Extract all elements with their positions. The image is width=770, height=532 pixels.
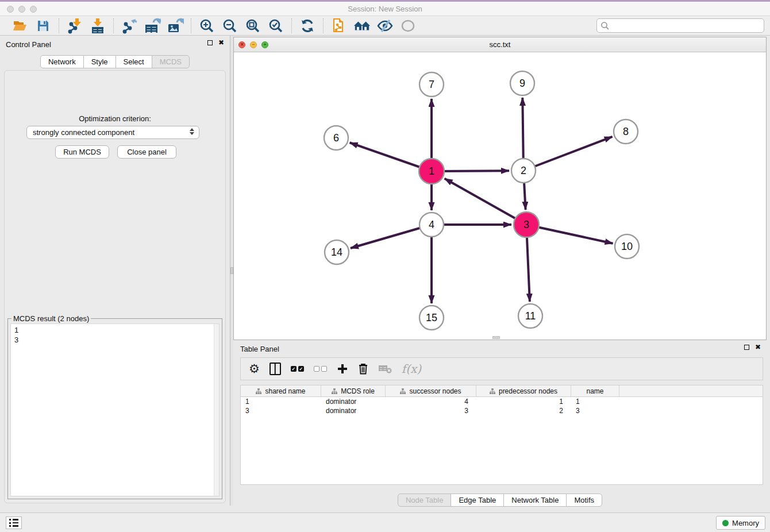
network-bottom-grip[interactable] [492, 336, 500, 339]
table-row[interactable]: 3dominator323 [241, 406, 763, 415]
refresh-icon[interactable] [299, 18, 316, 34]
search-input[interactable] [610, 19, 764, 32]
gear-icon[interactable]: ⚙ [249, 361, 260, 376]
mcds-tab-content: Optimization criterion: strongly connect… [4, 70, 226, 503]
app-titlebar: Session: New Session [0, 0, 770, 16]
memory-button[interactable]: Memory [716, 516, 765, 530]
network-canvas[interactable]: 7968124314101511 [234, 52, 766, 340]
node-7[interactable]: 7 [419, 72, 444, 97]
mcds-result-area[interactable]: 1 3 [10, 323, 220, 496]
node-label: 14 [331, 246, 342, 258]
tab-network-table[interactable]: Network Table [503, 494, 567, 507]
column-type-icon [256, 388, 261, 394]
node-label: 4 [429, 219, 434, 230]
export-image-icon[interactable] [167, 18, 184, 34]
node-4[interactable]: 4 [419, 213, 444, 237]
show-eye-icon[interactable] [399, 18, 417, 34]
network-canvas-svg: 7968124314101511 [234, 52, 766, 340]
edge-2-8[interactable] [523, 137, 613, 171]
zoom-out-icon[interactable] [221, 18, 238, 34]
table-cell: 1 [571, 397, 619, 406]
tab-mcds[interactable]: MCDS [152, 55, 190, 68]
zoom-selected-icon[interactable] [267, 18, 284, 34]
table-cell: 3 [241, 406, 321, 415]
column-header[interactable]: name [571, 385, 619, 396]
close-panel-icon[interactable]: ✖ [218, 40, 224, 45]
node-label: 15 [426, 312, 437, 323]
window-title: Session: New Session [0, 5, 770, 13]
node-label: 7 [429, 79, 434, 90]
optimization-criterion-select[interactable]: strongly connected component [26, 126, 199, 139]
node-15[interactable]: 15 [419, 306, 444, 330]
export-table-icon[interactable] [144, 18, 161, 34]
tab-motifs[interactable]: Motifs [566, 494, 602, 507]
home-icon[interactable] [353, 18, 371, 34]
table-panel-title: Table Panel [240, 345, 279, 353]
node-1[interactable]: 1 [419, 159, 444, 184]
column-header[interactable]: successor nodes [386, 385, 476, 396]
node-6[interactable]: 6 [324, 126, 348, 150]
tab-edge-table[interactable]: Edge Table [451, 494, 504, 507]
float-table-panel-icon[interactable] [744, 345, 749, 350]
chevron-updown-icon [190, 128, 194, 135]
task-history-button[interactable] [6, 516, 22, 529]
column-type-icon [490, 388, 495, 394]
result-scrollbar[interactable] [214, 324, 219, 496]
import-table-icon[interactable] [89, 18, 106, 34]
unselect-all-icon[interactable] [314, 361, 327, 376]
node-8[interactable]: 8 [614, 119, 638, 144]
control-panel-title: Control Panel [6, 40, 51, 49]
column-header[interactable]: shared name [241, 385, 321, 396]
trash-icon[interactable] [358, 361, 368, 376]
node-2[interactable]: 2 [511, 159, 536, 183]
node-label: 9 [519, 78, 525, 89]
list-icon [9, 519, 18, 527]
table-row[interactable]: 1dominator411 [241, 397, 763, 406]
close-panel-button[interactable]: Close panel [117, 145, 176, 159]
float-panel-icon[interactable] [207, 40, 213, 45]
export-network-icon[interactable] [121, 18, 138, 34]
memory-label: Memory [732, 519, 759, 527]
network-window-titlebar[interactable]: ✕ − + scc.txt [234, 37, 766, 52]
tab-select[interactable]: Select [116, 55, 152, 68]
zoom-fit-icon[interactable] [244, 18, 261, 34]
table-cell: 3 [571, 406, 619, 415]
table-cell: 1 [476, 397, 571, 406]
column-header[interactable]: MCDS role [321, 385, 386, 396]
network-window: ✕ − + scc.txt 7968124314101511 [233, 37, 767, 340]
table-body: 1dominator4113dominator323 [241, 397, 763, 415]
table-panel: Table Panel ✖ ⚙ ✓✓ f(x) shared nameMCDS … [233, 340, 767, 511]
mcds-result-box: MCDS result (2 nodes) 1 3 [7, 318, 222, 499]
node-label: 10 [621, 241, 633, 252]
node-14[interactable]: 14 [325, 240, 349, 264]
node-11[interactable]: 11 [518, 304, 542, 328]
node-3[interactable]: 3 [514, 212, 539, 237]
clone-network-icon[interactable] [330, 18, 348, 34]
delete-table-icon [378, 361, 392, 376]
run-mcds-button[interactable]: Run MCDS [55, 145, 109, 159]
node-table: shared nameMCDS rolesuccessor nodesprede… [240, 385, 763, 485]
tab-network[interactable]: Network [40, 55, 84, 68]
column-header[interactable]: predecessor nodes [476, 385, 571, 396]
edge-3-1[interactable] [445, 179, 526, 225]
hide-selected-icon[interactable] [376, 18, 394, 34]
table-cell: 4 [386, 397, 476, 406]
close-table-panel-icon[interactable]: ✖ [755, 345, 761, 350]
save-icon[interactable] [34, 18, 52, 34]
search-field[interactable] [596, 18, 764, 33]
status-bar: Memory [0, 512, 770, 532]
node-10[interactable]: 10 [615, 234, 639, 259]
table-cell: dominator [321, 397, 386, 406]
add-icon[interactable] [337, 361, 348, 376]
node-label: 3 [523, 219, 529, 230]
zoom-in-icon[interactable] [198, 18, 215, 34]
column-layout-icon[interactable] [270, 361, 281, 376]
search-icon [600, 21, 610, 30]
tab-node-table[interactable]: Node Table [398, 494, 452, 507]
import-network-icon[interactable] [66, 18, 83, 34]
tab-style[interactable]: Style [83, 55, 116, 68]
open-icon[interactable] [11, 18, 29, 34]
node-9[interactable]: 9 [510, 71, 534, 95]
node-label: 1 [429, 165, 434, 177]
select-all-icon[interactable]: ✓✓ [291, 361, 304, 376]
